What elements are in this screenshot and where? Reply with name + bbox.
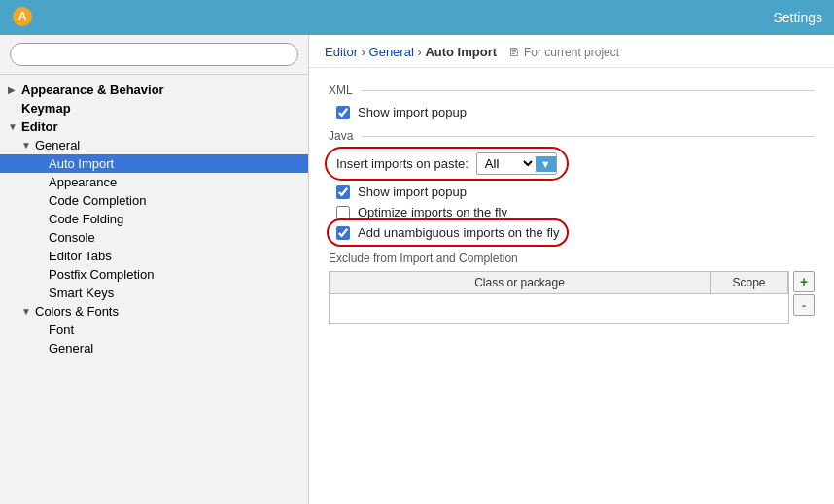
search-input[interactable]: [10, 43, 298, 66]
insert-imports-dropdown-btn[interactable]: ▼: [536, 156, 556, 172]
java-show-import-checkbox[interactable]: [336, 185, 350, 199]
sidebar-item-postfix-completion[interactable]: Postfix Completion: [0, 265, 308, 284]
table-header: Class or package Scope: [330, 272, 788, 294]
sidebar-item-code-completion[interactable]: Code Completion: [0, 191, 308, 210]
xml-section: XML Show import popup: [329, 84, 815, 119]
table-controls: + -: [793, 271, 815, 316]
sidebar-item-label-code-folding: Code Folding: [49, 212, 300, 226]
xml-show-import-checkbox[interactable]: [336, 106, 350, 119]
sidebar-item-code-folding[interactable]: Code Folding: [0, 210, 308, 228]
add-unambiguous-checkbox[interactable]: [336, 226, 350, 240]
sidebar-item-label-smart-keys: Smart Keys: [49, 286, 300, 300]
sidebar-item-label-appearance: Appearance: [49, 175, 300, 189]
insert-imports-select-wrapper[interactable]: All None Ask ▼: [476, 152, 557, 175]
breadcrumb-general[interactable]: General: [369, 45, 414, 59]
table-header-scope: Scope: [711, 272, 788, 293]
sidebar-item-label-editor-tabs: Editor Tabs: [49, 249, 300, 263]
insert-imports-row: Insert imports on paste: All None Ask ▼: [336, 152, 815, 175]
remove-row-button[interactable]: -: [793, 294, 815, 316]
sidebar-item-colors-fonts[interactable]: ▼Colors & Fonts: [0, 302, 308, 320]
breadcrumb-sep1: ›: [362, 45, 369, 59]
insert-imports-label: Insert imports on paste:: [336, 156, 469, 171]
java-heading: Java: [329, 129, 815, 143]
sidebar-item-label-console: Console: [49, 230, 300, 245]
sidebar-item-auto-import[interactable]: Auto Import: [0, 154, 308, 173]
for-project: 🖹 For current project: [508, 46, 619, 59]
java-show-import-label: Show import popup: [358, 185, 467, 199]
sidebar-item-smart-keys[interactable]: Smart Keys: [0, 284, 308, 302]
optimize-imports-label: Optimize imports on the fly: [358, 205, 507, 219]
sidebar: ▶Appearance & BehaviorKeymap▼Editor▼Gene…: [0, 35, 309, 504]
window-title: Settings: [773, 10, 822, 25]
sidebar-item-arrow-general: ▼: [21, 140, 35, 151]
sidebar-item-label-general: General: [35, 138, 300, 152]
add-unambiguous-oval: Add unambiguous imports on the fly: [336, 225, 559, 240]
title-bar: A Settings: [0, 0, 834, 35]
exclude-section: Exclude from Import and Completion Class…: [329, 252, 815, 324]
add-unambiguous-row: Add unambiguous imports on the fly: [336, 225, 815, 240]
sidebar-item-general-cf[interactable]: General: [0, 339, 308, 357]
optimize-imports-row: Optimize imports on the fly: [336, 205, 815, 219]
sidebar-item-label-editor: Editor: [21, 119, 300, 134]
table-header-class: Class or package: [330, 272, 711, 293]
sidebar-tree: ▶Appearance & BehaviorKeymap▼Editor▼Gene…: [0, 75, 308, 504]
sidebar-item-label-font: Font: [49, 322, 300, 337]
project-icon: 🖹: [508, 46, 520, 59]
breadcrumb-text: Editor › General › Auto Import: [325, 45, 497, 59]
xml-show-import-label: Show import popup: [358, 105, 467, 119]
sidebar-item-label-appearance-behavior: Appearance & Behavior: [21, 83, 300, 97]
add-unambiguous-label: Add unambiguous imports on the fly: [358, 225, 559, 240]
main-container: ▶Appearance & BehaviorKeymap▼Editor▼Gene…: [0, 35, 834, 504]
xml-show-import-row: Show import popup: [336, 105, 815, 119]
sidebar-item-appearance-behavior[interactable]: ▶Appearance & Behavior: [0, 81, 308, 99]
xml-heading: XML: [329, 84, 815, 97]
svg-text:A: A: [18, 10, 27, 23]
sidebar-item-label-auto-import: Auto Import: [49, 156, 300, 171]
search-wrapper[interactable]: [0, 35, 308, 75]
table-body: [330, 294, 788, 323]
add-row-button[interactable]: +: [793, 271, 815, 292]
content-panel: Editor › General › Auto Import 🖹 For cur…: [309, 35, 834, 504]
sidebar-item-general[interactable]: ▼General: [0, 136, 308, 154]
sidebar-item-label-keymap: Keymap: [21, 101, 300, 116]
exclude-table: Class or package Scope: [329, 271, 789, 324]
optimize-imports-checkbox[interactable]: [336, 206, 350, 219]
breadcrumb-editor[interactable]: Editor: [325, 45, 358, 59]
sidebar-item-label-general-cf: General: [49, 341, 300, 355]
table-row-container: Class or package Scope + -: [329, 271, 815, 324]
breadcrumb: Editor › General › Auto Import 🖹 For cur…: [309, 35, 834, 68]
sidebar-item-arrow-colors-fonts: ▼: [21, 306, 35, 317]
app-logo: A: [12, 6, 33, 30]
sidebar-item-label-code-completion: Code Completion: [49, 193, 300, 208]
breadcrumb-current: Auto Import: [425, 45, 497, 59]
sidebar-item-label-colors-fonts: Colors & Fonts: [35, 304, 300, 319]
java-show-import-row: Show import popup: [336, 185, 815, 199]
sidebar-item-editor-tabs[interactable]: Editor Tabs: [0, 247, 308, 265]
sidebar-item-console[interactable]: Console: [0, 228, 308, 247]
sidebar-item-keymap[interactable]: Keymap: [0, 99, 308, 118]
sidebar-item-appearance[interactable]: Appearance: [0, 173, 308, 191]
sidebar-item-editor[interactable]: ▼Editor: [0, 118, 308, 136]
java-section: Java Insert imports on paste: All None A…: [329, 129, 815, 240]
exclude-heading: Exclude from Import and Completion: [329, 252, 815, 265]
insert-imports-oval: Insert imports on paste: All None Ask ▼: [336, 152, 557, 175]
sidebar-item-font[interactable]: Font: [0, 320, 308, 339]
sidebar-item-arrow-editor: ▼: [8, 121, 21, 132]
sidebar-item-label-postfix-completion: Postfix Completion: [49, 267, 300, 282]
settings-panel: XML Show import popup Java Insert import…: [309, 68, 834, 504]
sidebar-item-arrow-appearance-behavior: ▶: [8, 84, 21, 95]
insert-imports-select[interactable]: All None Ask: [477, 153, 536, 174]
